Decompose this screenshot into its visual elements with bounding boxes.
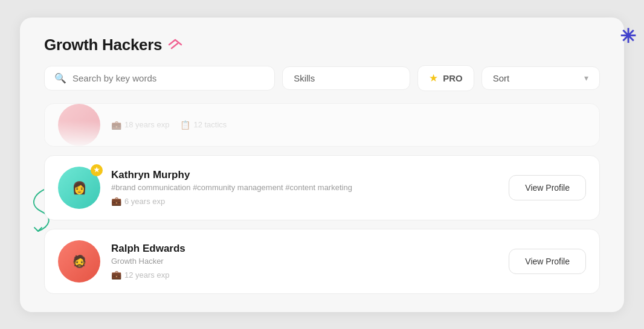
profile-name-2: Kathryn Murphy bbox=[111, 169, 498, 181]
profile-info-3: Ralph Edwards Growth Hacker 💼 12 years e… bbox=[111, 243, 498, 279]
sort-label: Sort bbox=[493, 73, 510, 83]
app-container: ✳ Growth Hackers 🔍 Skills ★ PRO Sort ▾ bbox=[20, 18, 624, 312]
sort-dropdown[interactable]: Sort ▾ bbox=[481, 66, 600, 90]
partial-overlay bbox=[45, 104, 599, 146]
search-icon: 🔍 bbox=[54, 72, 66, 84]
sparkle-decoration bbox=[167, 37, 184, 52]
app-title: Growth Hackers bbox=[44, 36, 162, 54]
skills-dropdown[interactable]: Skills bbox=[282, 66, 410, 90]
profile-avatar-wrapper-3: 🧔 bbox=[58, 240, 100, 283]
view-profile-button-2[interactable]: View Profile bbox=[509, 175, 586, 200]
badge-star-2: ★ bbox=[91, 164, 103, 176]
skills-label: Skills bbox=[294, 73, 315, 83]
asterisk-decoration: ✳ bbox=[620, 25, 636, 48]
pro-badge-wrapper[interactable]: ★ PRO bbox=[417, 65, 474, 91]
profile-avatar-wrapper-2: 👩 ★ bbox=[58, 167, 100, 209]
profile-subtitle-3: Growth Hacker bbox=[111, 257, 498, 266]
svg-line-2 bbox=[172, 43, 178, 48]
search-bar-row: 🔍 Skills ★ PRO Sort ▾ bbox=[44, 65, 600, 91]
profile-card-3: 🧔 Ralph Edwards Growth Hacker 💼 12 years… bbox=[44, 229, 600, 294]
svg-line-0 bbox=[169, 40, 175, 45]
profiles-list: 💼 18 years exp 📋 12 tactics 👩 ★ bbox=[44, 103, 600, 294]
view-profile-button-3[interactable]: View Profile bbox=[509, 249, 586, 274]
profile-card-1: 💼 18 years exp 📋 12 tactics bbox=[44, 103, 600, 147]
profile-info-2: Kathryn Murphy #brand communication #com… bbox=[111, 169, 498, 206]
chevron-down-icon: ▾ bbox=[584, 73, 588, 83]
briefcase-icon-3: 💼 bbox=[111, 270, 121, 279]
years-exp-3: 💼 12 years exp bbox=[111, 270, 169, 279]
profile-meta-2: 💼 6 years exp bbox=[111, 196, 498, 206]
star-icon: ★ bbox=[429, 72, 438, 85]
avatar-3: 🧔 bbox=[58, 240, 100, 283]
search-input[interactable] bbox=[72, 73, 265, 83]
profile-card-2: 👩 ★ Kathryn Murphy #brand communication … bbox=[44, 155, 600, 220]
profile-name-3: Ralph Edwards bbox=[111, 243, 498, 255]
profile-meta-3: 💼 12 years exp bbox=[111, 270, 498, 279]
years-exp-2: 💼 6 years exp bbox=[111, 196, 165, 206]
profile-tags-2: #brand communication #community manageme… bbox=[111, 183, 498, 192]
search-input-wrapper[interactable]: 🔍 bbox=[44, 66, 275, 91]
app-header: Growth Hackers bbox=[44, 36, 600, 54]
pro-text: PRO bbox=[443, 73, 463, 83]
briefcase-icon-2: 💼 bbox=[111, 196, 121, 206]
